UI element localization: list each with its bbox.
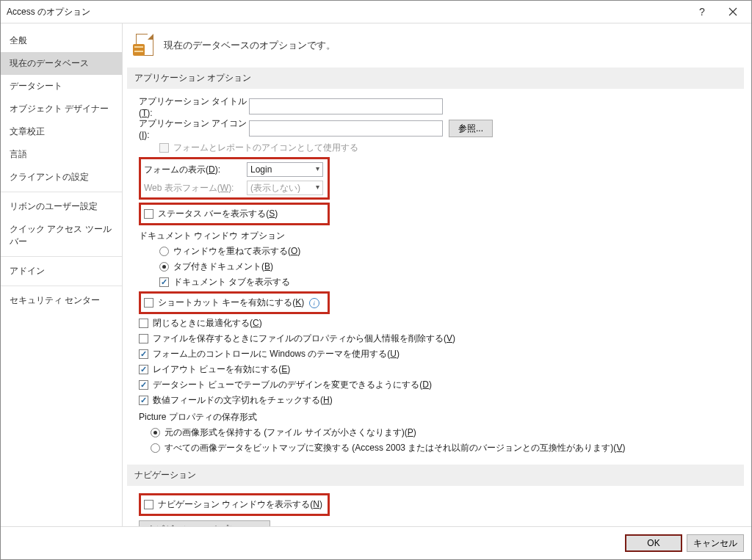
radio-icon (151, 428, 160, 437)
show-doc-tabs-check[interactable]: ✓ ドキュメント タブを表示する (159, 276, 744, 288)
checkbox-icon (144, 500, 153, 509)
radio-icon (159, 247, 169, 256)
sidebar: 全般 現在のデータベース データシート オブジェクト デザイナー 文章校正 言語… (1, 23, 123, 526)
radio-icon (151, 443, 160, 453)
checkbox-icon: ✓ (139, 396, 148, 405)
show-nav-pane-check[interactable]: ナビゲーション ウィンドウを表示する(N) (144, 498, 325, 511)
radio-picture-bmp[interactable]: すべての画像データをビットマップに変換する (Access 2003 またはそれ… (151, 442, 744, 454)
checkbox-icon: ✓ (139, 365, 148, 374)
compact-on-close-check[interactable]: 閉じるときに最適化する(C) (139, 317, 744, 330)
sidebar-item-trust-center[interactable]: セキュリティ センター (1, 289, 122, 312)
sidebar-item-addins[interactable]: アドイン (1, 260, 122, 283)
section-header-app: アプリケーション オプション (127, 68, 744, 89)
checkbox-icon (139, 334, 148, 343)
enable-layout-check[interactable]: ✓ レイアウト ビューを有効にする(E) (139, 363, 744, 376)
sidebar-item-current-db[interactable]: 現在のデータベース (1, 52, 122, 75)
sidebar-item-general[interactable]: 全般 (1, 29, 122, 52)
checkbox-icon: ✓ (159, 277, 169, 287)
radio-icon (159, 262, 169, 272)
page-subtitle: 現在のデータベースのオプションです。 (164, 39, 336, 52)
status-bar-check[interactable]: ステータス バーを表示する(S) (144, 208, 325, 220)
label-app-title: アプリケーション タイトル(T): (139, 95, 249, 118)
label-app-icon: アプリケーション アイコン(I): (139, 117, 249, 140)
form-display-combo[interactable]: Login (247, 162, 323, 177)
cancel-button[interactable]: キャンセル (687, 534, 744, 552)
options-dialog: Access のオプション ? 全般 現在のデータベース データシート オブジェ… (0, 0, 752, 560)
checkbox-icon (139, 319, 148, 328)
enable-design-check[interactable]: ✓ データシート ビューでテーブルのデザインを変更できるようにする(D) (139, 379, 744, 391)
info-icon[interactable]: i (309, 298, 319, 308)
sidebar-item-proofing[interactable]: 文章校正 (1, 120, 122, 143)
sidebar-separator (1, 256, 122, 257)
remove-personal-check[interactable]: ファイルを保存するときにファイルのプロパティから個人情報を削除する(V) (139, 332, 744, 345)
checkbox-icon: ✓ (139, 380, 148, 390)
sidebar-item-qat[interactable]: クイック アクセス ツール バー (1, 218, 122, 253)
window-title: Access のオプション (7, 6, 687, 18)
label-form-display: フォームの表示(D): (144, 164, 247, 176)
page-icon (133, 34, 156, 57)
ok-button[interactable]: OK (625, 534, 682, 552)
checkbox-icon (159, 143, 169, 153)
nav-options-button[interactable]: ナビゲーション オプション... (139, 520, 270, 526)
content-pane: 現在のデータベースのオプションです。 アプリケーション オプション アプリケーシ… (123, 23, 751, 526)
use-themed-check[interactable]: ✓ フォーム上のコントロールに Windows のテーマを使用する(U) (139, 348, 744, 360)
shortcut-keys-check[interactable]: ショートカット キーを有効にする(K) i (144, 297, 325, 309)
close-button[interactable] (717, 1, 748, 23)
check-trunc-check[interactable]: ✓ 数値フィールドの文字切れをチェックする(H) (139, 394, 744, 407)
sidebar-separator (1, 286, 122, 286)
browse-button[interactable]: 参照... (449, 120, 493, 137)
sidebar-item-client-settings[interactable]: クライアントの設定 (1, 166, 122, 189)
help-button[interactable]: ? (687, 1, 717, 23)
dialog-footer: OK キャンセル (1, 526, 751, 559)
sidebar-item-language[interactable]: 言語 (1, 143, 122, 166)
titlebar: Access のオプション ? (1, 1, 751, 23)
label-web-display: Web 表示フォーム(W): (144, 182, 247, 194)
radio-overlap[interactable]: ウィンドウを重ねて表示する(O) (159, 245, 744, 258)
sidebar-item-datasheet[interactable]: データシート (1, 75, 122, 98)
radio-picture-src[interactable]: 元の画像形式を保持する (ファイル サイズが小さくなります)(P) (151, 426, 744, 439)
sidebar-separator (1, 192, 122, 192)
sidebar-item-object-designers[interactable]: オブジェクト デザイナー (1, 98, 122, 120)
checkbox-icon: ✓ (139, 349, 148, 359)
close-icon (728, 7, 737, 16)
picture-format-title: Picture プロパティの保存形式 (139, 411, 744, 423)
doc-window-title: ドキュメント ウィンドウ オプション (139, 230, 744, 242)
section-header-nav: ナビゲーション (127, 465, 744, 486)
sidebar-item-ribbon[interactable]: リボンのユーザー設定 (1, 195, 122, 218)
app-title-input[interactable] (249, 98, 443, 114)
checkbox-icon (144, 209, 153, 219)
radio-tabbed[interactable]: タブ付きドキュメント(B) (159, 261, 744, 273)
app-icon-input[interactable] (249, 120, 443, 137)
use-as-form-report-icon: フォームとレポートのアイコンとして使用する (159, 142, 744, 154)
checkbox-icon (144, 298, 153, 308)
web-display-combo: (表示しない) (247, 181, 323, 195)
